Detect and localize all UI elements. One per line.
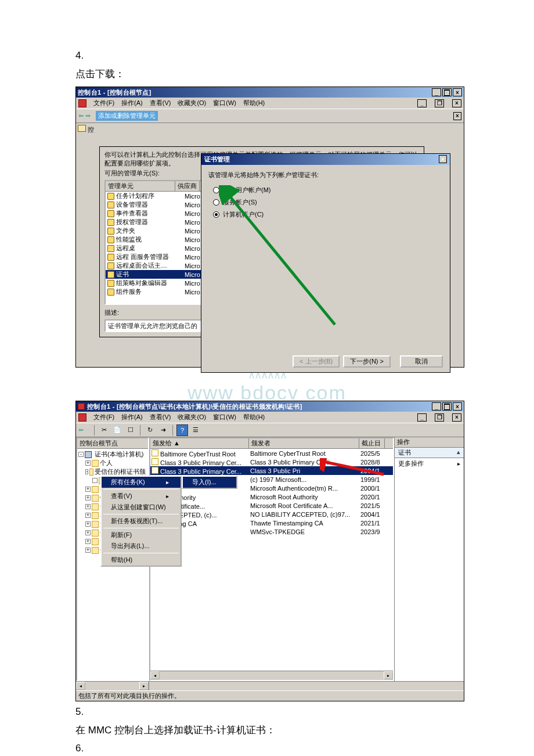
refresh-icon[interactable]: ↻ bbox=[144, 424, 156, 436]
menu-item[interactable]: 新任务板视图(T)... bbox=[102, 516, 181, 527]
snapin-row[interactable]: 证书Micro bbox=[106, 270, 211, 279]
copy-icon[interactable]: 📄 bbox=[111, 424, 123, 436]
cut-icon[interactable]: ✂ bbox=[98, 424, 110, 436]
menu-window[interactable]: 窗口(W) bbox=[213, 99, 236, 107]
tree-h-scrollbar[interactable]: ◂▸ bbox=[76, 681, 149, 690]
snapin-row[interactable]: 任务计划程序Micro bbox=[106, 192, 211, 200]
menu-file[interactable]: 文件(F) bbox=[93, 413, 114, 422]
expand-icon[interactable]: + bbox=[85, 487, 91, 492]
export-icon[interactable]: ➜ bbox=[157, 424, 169, 436]
h-scrollbar[interactable]: ◂ ▸ bbox=[150, 671, 393, 680]
tree-node[interactable]: +个人 bbox=[78, 459, 147, 467]
scroll-right-icon[interactable]: ▸ bbox=[139, 682, 149, 690]
expand-icon[interactable]: + bbox=[85, 460, 91, 466]
wizard-close-icon[interactable]: × bbox=[439, 155, 447, 163]
col-issued-by[interactable]: 颁发者 bbox=[249, 438, 359, 448]
snapin-row[interactable]: 设备管理器Micro bbox=[106, 200, 211, 209]
scroll-right-icon[interactable]: ▸ bbox=[384, 671, 393, 679]
col-vendor[interactable]: 供应商 bbox=[175, 181, 200, 191]
actions-more[interactable]: 更多操作▸ bbox=[395, 458, 464, 469]
menu-view[interactable]: 查看(V) bbox=[150, 413, 171, 422]
expand-icon[interactable]: - bbox=[85, 469, 88, 474]
menu-item[interactable]: 所有任务(K)▸ bbox=[102, 477, 181, 488]
menu-fav[interactable]: 收藏夹(O) bbox=[178, 99, 206, 107]
folder-icon bbox=[78, 125, 86, 132]
menu-action[interactable]: 操作(A) bbox=[121, 413, 143, 422]
win1-titlebar[interactable]: 控制台1 - [控制台根节点] _ × bbox=[76, 87, 464, 98]
snapin-row[interactable]: 远程桌Micro bbox=[106, 244, 211, 253]
context-submenu[interactable]: 导入(I)... bbox=[182, 476, 237, 489]
minimize-button[interactable]: _ bbox=[432, 88, 441, 96]
menu-item[interactable]: 导出列表(L)... bbox=[102, 541, 181, 552]
list-icon[interactable]: ☰ bbox=[190, 424, 201, 436]
tree-root-folder[interactable]: 控 bbox=[78, 125, 95, 136]
close-button[interactable]: × bbox=[453, 88, 462, 96]
snapin-row[interactable]: 组策略对象编辑器Micro bbox=[106, 279, 211, 287]
snapin-row[interactable]: 授权管理器Micro bbox=[106, 218, 211, 226]
expand-icon[interactable]: + bbox=[85, 513, 91, 518]
maximize-button[interactable] bbox=[442, 88, 452, 96]
menu-item[interactable]: 帮助(H) bbox=[102, 555, 181, 566]
prop-icon[interactable]: ☐ bbox=[125, 424, 136, 436]
tree-node[interactable]: -受信任的根证书颁 bbox=[78, 467, 147, 476]
mdi-min[interactable]: _ bbox=[417, 413, 427, 422]
win2-titlebar[interactable]: 控制台1 - [控制台根节点\证书(本地计算机)\受信任的根证书颁发机构\证书]… bbox=[76, 401, 464, 412]
expand-icon[interactable]: + bbox=[85, 530, 91, 535]
mdi-close[interactable]: × bbox=[452, 99, 461, 107]
menu-fav[interactable]: 收藏夹(O) bbox=[178, 413, 206, 422]
next-button[interactable]: 下一步(N) > bbox=[343, 355, 391, 368]
snapin-row[interactable]: 事件查看器Micro bbox=[106, 209, 211, 218]
tree-node[interactable]: -证书(本地计算机) bbox=[78, 450, 147, 459]
menu-window[interactable]: 窗口(W) bbox=[213, 413, 236, 422]
menu-item[interactable]: 查看(V)▸ bbox=[102, 491, 181, 502]
expand-icon[interactable]: + bbox=[85, 495, 91, 501]
col-snapin[interactable]: 管理单元 bbox=[106, 181, 175, 191]
col-expiry[interactable]: 截止日 bbox=[359, 438, 385, 448]
nav-fwd-icon[interactable]: ➡ bbox=[85, 112, 91, 120]
mdi-min[interactable]: _ bbox=[417, 99, 427, 107]
menu-help[interactable]: 帮助(H) bbox=[243, 413, 265, 422]
snapin-row[interactable]: 性能监视Micro bbox=[106, 235, 211, 244]
scroll-left-icon[interactable]: ◂ bbox=[150, 671, 160, 679]
expand-icon[interactable]: + bbox=[85, 504, 91, 509]
mdi-restore[interactable]: ❐ bbox=[435, 99, 444, 107]
expand-icon[interactable] bbox=[92, 478, 98, 483]
col-issued-to[interactable]: 颁发给 ▲ bbox=[150, 438, 249, 448]
maximize-button[interactable] bbox=[442, 402, 452, 411]
wizard-titlebar[interactable]: 证书管理 × bbox=[201, 154, 450, 165]
menu-help[interactable]: 帮助(H) bbox=[243, 99, 265, 107]
nav-back-icon[interactable]: ⬅ bbox=[78, 112, 84, 120]
menu-file[interactable]: 文件(F) bbox=[93, 99, 114, 107]
context-menu[interactable]: 所有任务(K)▸查看(V)▸从这里创建窗口(W)新任务板视图(T)...刷新(F… bbox=[100, 476, 182, 567]
menu-item[interactable]: 从这里创建窗口(W) bbox=[102, 502, 181, 513]
mdi-close[interactable]: × bbox=[452, 413, 461, 422]
nav-back-icon[interactable]: ⬅ bbox=[78, 426, 84, 434]
cert-row[interactable]: GEWMSvc-TPKEDGE2023/9 bbox=[150, 527, 393, 536]
expand-icon[interactable]: - bbox=[78, 452, 84, 457]
snapin-row[interactable]: 文件夹Micro bbox=[106, 226, 211, 235]
cert-row[interactable]: oot AuthorityMicrosoft Root Authority202… bbox=[150, 492, 393, 501]
menu-item[interactable]: 刷新(F) bbox=[102, 530, 181, 541]
status-bar: 包括了所有可对此项目执行的操作。 bbox=[76, 690, 464, 701]
mdi-restore[interactable]: ❐ bbox=[435, 413, 444, 422]
snapin-row[interactable]: 远程桌面会话主…Micro bbox=[106, 261, 211, 270]
close-button[interactable]: × bbox=[453, 402, 462, 411]
scroll-left-icon[interactable]: ◂ bbox=[76, 682, 85, 690]
help-icon[interactable]: ? bbox=[176, 424, 188, 436]
expand-icon[interactable]: + bbox=[85, 548, 91, 553]
cert-row[interactable]: stamping CAThawte Timestamping CA2021/1 bbox=[150, 519, 393, 527]
toolbar-close-icon[interactable]: × bbox=[453, 112, 461, 120]
menu-view[interactable]: 查看(V) bbox=[150, 99, 171, 107]
menu-action[interactable]: 操作(A) bbox=[121, 99, 143, 107]
cert-row[interactable]: Baltimore CyberTrust RootBaltimore Cyber… bbox=[150, 449, 393, 458]
snapin-row[interactable]: 组件服务Micro bbox=[106, 287, 211, 296]
menu-item[interactable]: 导入(I)... bbox=[183, 477, 236, 488]
avail-snapins-list[interactable]: 管理单元供应商 任务计划程序Micro设备管理器Micro事件查看器Micro授… bbox=[104, 180, 212, 305]
cancel-button[interactable]: 取消 bbox=[400, 355, 443, 368]
minimize-button[interactable]: _ bbox=[432, 402, 441, 411]
cert-row[interactable]: Y ACCEPTED, (c)...NO LIABILITY ACCEPTED,… bbox=[150, 510, 393, 519]
snapin-row[interactable]: 远程 面服务管理器Micro bbox=[106, 253, 211, 261]
expand-icon[interactable]: + bbox=[85, 539, 91, 544]
expand-icon[interactable]: + bbox=[85, 521, 91, 527]
cert-row[interactable]: oot Certificate...Microsoft Root Certifi… bbox=[150, 501, 393, 510]
